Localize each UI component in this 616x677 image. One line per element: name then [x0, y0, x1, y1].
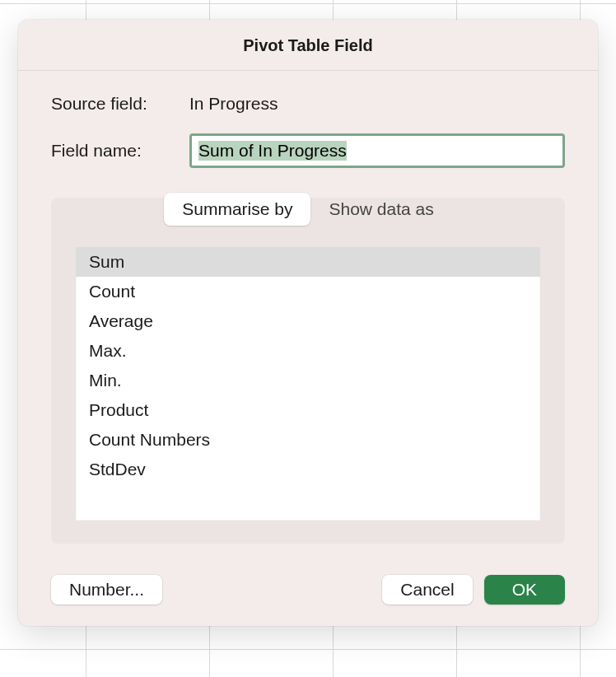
source-field-label: Source field:	[51, 94, 175, 114]
list-item[interactable]: StdDev	[76, 455, 540, 484]
list-item[interactable]: Count	[76, 277, 540, 306]
list-item[interactable]: Sum	[76, 247, 540, 277]
list-item[interactable]: Product	[76, 395, 540, 425]
list-item[interactable]: Min.	[76, 366, 540, 395]
function-listbox[interactable]: Sum Count Average Max. Min. Product Coun…	[76, 247, 540, 521]
dialog-body: Source field: In Progress Field name: Su…	[18, 71, 598, 560]
pivot-table-field-dialog: Pivot Table Field Source field: In Progr…	[18, 20, 598, 626]
source-field-value: In Progress	[189, 94, 278, 114]
source-field-row: Source field: In Progress	[51, 94, 565, 114]
tabs: Summarise by Show data as	[76, 193, 540, 226]
field-name-input-wrapper	[189, 133, 565, 168]
tab-summarise-by[interactable]: Summarise by	[164, 193, 310, 226]
number-button[interactable]: Number...	[51, 575, 162, 605]
field-name-input[interactable]	[194, 138, 561, 164]
dialog-title: Pivot Table Field	[18, 20, 598, 71]
field-name-row: Field name:	[51, 133, 565, 168]
cancel-button[interactable]: Cancel	[382, 575, 472, 605]
field-name-label: Field name:	[51, 141, 175, 161]
ok-button[interactable]: OK	[484, 575, 565, 605]
tab-show-data-as[interactable]: Show data as	[310, 193, 451, 226]
list-item[interactable]: Max.	[76, 336, 540, 366]
dialog-footer: Number... Cancel OK	[18, 560, 598, 626]
list-item[interactable]: Count Numbers	[76, 425, 540, 455]
content-panel: Summarise by Show data as Sum Count Aver…	[51, 198, 565, 544]
list-item[interactable]: Average	[76, 306, 540, 336]
